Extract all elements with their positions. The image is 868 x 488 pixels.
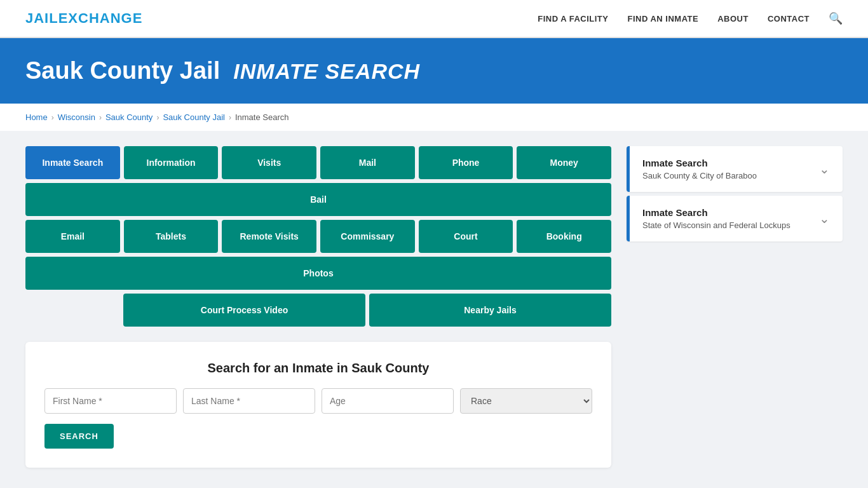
sidebar-item-1-content: Inmate Search Sauk County & City of Bara… [642, 158, 757, 180]
sidebar-item-2-content: Inmate Search State of Wisconsin and Fed… [642, 207, 790, 230]
main-content: Inmate Search Information Visits Mail Ph… [0, 131, 868, 483]
last-name-input[interactable] [183, 388, 315, 414]
btn-photos[interactable]: Photos [25, 257, 611, 290]
right-sidebar: Inmate Search Sauk County & City of Bara… [627, 146, 843, 244]
breadcrumb-wisconsin[interactable]: Wisconsin [58, 112, 95, 122]
hero-title: Sauk County Jail [25, 57, 220, 84]
btn-booking[interactable]: Booking [517, 220, 611, 253]
btn-inmate-search[interactable]: Inmate Search [25, 146, 120, 179]
chevron-down-icon-2: ⌄ [819, 211, 830, 226]
btn-money[interactable]: Money [517, 146, 611, 179]
hero-subtitle: INMATE SEARCH [233, 59, 420, 83]
breadcrumb-home[interactable]: Home [25, 112, 48, 122]
btn-nearby-jails[interactable]: Nearby Jails [369, 294, 611, 327]
btn-phone[interactable]: Phone [419, 146, 513, 179]
chevron-down-icon-1: ⌄ [819, 161, 830, 177]
breadcrumb: Home › Wisconsin › Sauk County › Sauk Co… [0, 104, 868, 131]
sidebar-item-2-subtitle: State of Wisconsin and Federal Lockups [642, 220, 790, 230]
sidebar-item-1-title: Inmate Search [642, 158, 757, 168]
nav-buttons: Inmate Search Information Visits Mail Ph… [25, 146, 611, 327]
search-fields: Race White Black Hispanic Asian Other [44, 388, 592, 414]
btn-mail[interactable]: Mail [320, 146, 415, 179]
breadcrumb-sep-1: › [51, 113, 54, 122]
first-name-input[interactable] [44, 388, 177, 414]
logo[interactable]: JAILEXCHANGE [25, 10, 142, 27]
nav-row-2: Email Tablets Remote Visits Commissary C… [25, 220, 611, 290]
btn-tablets[interactable]: Tablets [124, 220, 219, 253]
breadcrumb-sauk-county[interactable]: Sauk County [105, 112, 153, 122]
left-column: Inmate Search Information Visits Mail Ph… [25, 146, 611, 468]
breadcrumb-sep-3: › [156, 113, 159, 122]
btn-visits[interactable]: Visits [222, 146, 316, 179]
nav-contact[interactable]: CONTACT [768, 14, 810, 24]
breadcrumb-jail[interactable]: Sauk County Jail [163, 112, 225, 122]
hero-banner: Sauk County Jail INMATE SEARCH [0, 38, 868, 104]
btn-court-process-video[interactable]: Court Process Video [123, 294, 365, 327]
search-icon[interactable]: 🔍 [829, 11, 843, 25]
search-form-container: Search for an Inmate in Sauk County Race… [25, 342, 611, 468]
age-input[interactable] [322, 388, 454, 414]
header: JAILEXCHANGE FIND A FACILITY FIND AN INM… [0, 0, 868, 38]
sidebar-item-2[interactable]: Inmate Search State of Wisconsin and Fed… [627, 196, 843, 241]
btn-information[interactable]: Information [124, 146, 219, 179]
nav-find-inmate[interactable]: FIND AN INMATE [627, 14, 698, 24]
nav-row-1: Inmate Search Information Visits Mail Ph… [25, 146, 611, 216]
btn-bail[interactable]: Bail [25, 183, 611, 216]
breadcrumb-sep-2: › [99, 113, 102, 122]
main-nav: FIND A FACILITY FIND AN INMATE ABOUT CON… [538, 11, 843, 25]
btn-court[interactable]: Court [419, 220, 513, 253]
nav-about[interactable]: ABOUT [717, 14, 749, 24]
nav-row-3: Court Process Video Nearby Jails [123, 294, 611, 327]
page-title: Sauk County Jail INMATE SEARCH [25, 57, 843, 85]
btn-commissary[interactable]: Commissary [320, 220, 415, 253]
btn-email[interactable]: Email [25, 220, 120, 253]
sidebar-item-1-subtitle: Sauk County & City of Baraboo [642, 171, 757, 180]
search-button[interactable]: SEARCH [44, 424, 114, 449]
logo-text2: EXCHANGE [58, 10, 143, 26]
race-select[interactable]: Race White Black Hispanic Asian Other [460, 388, 592, 414]
search-form-title: Search for an Inmate in Sauk County [44, 361, 592, 376]
logo-text1: JAIL [25, 10, 58, 26]
breadcrumb-current: Inmate Search [235, 112, 289, 122]
breadcrumb-sep-4: › [229, 113, 231, 122]
sidebar-item-2-title: Inmate Search [642, 207, 790, 218]
sidebar-item-1[interactable]: Inmate Search Sauk County & City of Bara… [627, 146, 843, 192]
btn-remote-visits[interactable]: Remote Visits [222, 220, 316, 253]
nav-find-facility[interactable]: FIND A FACILITY [538, 14, 608, 24]
